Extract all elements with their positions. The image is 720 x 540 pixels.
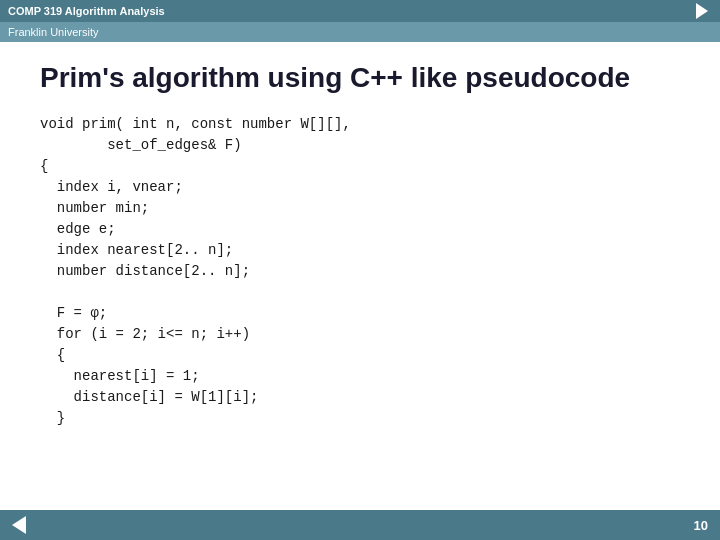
bottom-arrow-left-icon bbox=[12, 516, 26, 534]
university-label: Franklin University bbox=[8, 26, 98, 38]
bottom-bar: 10 bbox=[0, 510, 720, 540]
subtitle-bar: Franklin University bbox=[0, 22, 720, 42]
slide-title: Prim's algorithm using C++ like pseudoco… bbox=[40, 62, 680, 94]
top-bar-arrow-icon bbox=[696, 3, 708, 19]
top-bar: COMP 319 Algorithm Analysis bbox=[0, 0, 720, 22]
page-number: 10 bbox=[694, 518, 708, 533]
slide-content: Prim's algorithm using C++ like pseudoco… bbox=[0, 42, 720, 510]
course-title: COMP 319 Algorithm Analysis bbox=[8, 5, 165, 17]
code-block: void prim( int n, const number W[][], se… bbox=[40, 114, 680, 429]
